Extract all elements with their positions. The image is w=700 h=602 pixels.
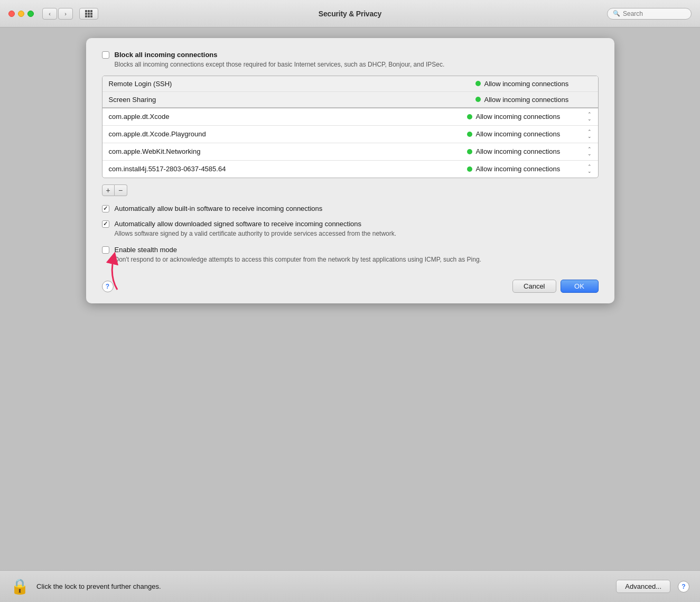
- status-dot: [467, 132, 472, 137]
- auto-signed-checkbox[interactable]: [102, 220, 109, 228]
- auto-signed-text: Automatically allow downloaded signed so…: [115, 220, 599, 238]
- status-stepper[interactable]: ⌃⌄: [587, 164, 592, 174]
- search-box[interactable]: 🔍: [607, 8, 692, 20]
- service-name: com.install4j.5517-2803-0637-4585.64: [109, 165, 467, 173]
- service-status: Allow incoming connections: [467, 130, 583, 138]
- service-name: Screen Sharing: [109, 96, 475, 104]
- table-row: Remote Login (SSH) Allow incoming connec…: [102, 76, 598, 92]
- lock-icon[interactable]: 🔒: [11, 579, 29, 594]
- grid-icon: [85, 10, 92, 17]
- main-content: Block all incoming connections Blocks al…: [0, 27, 700, 570]
- ok-button[interactable]: OK: [561, 280, 599, 293]
- stealth-mode-label: Enable stealth mode: [115, 246, 599, 254]
- status-text: Allow incoming connections: [476, 130, 561, 138]
- firewall-panel: Block all incoming connections Blocks al…: [86, 38, 614, 303]
- stealth-mode-description: Don't respond to or acknowledge attempts…: [115, 255, 599, 264]
- status-dot: [475, 81, 481, 86]
- service-status: Allow incoming connections: [467, 147, 583, 155]
- status-dot: [467, 114, 472, 119]
- block-all-checkbox[interactable]: [102, 51, 109, 59]
- forward-button[interactable]: ›: [58, 8, 73, 20]
- auto-signed-label: Automatically allow downloaded signed so…: [115, 220, 599, 228]
- status-text: Allow incoming connections: [476, 165, 561, 173]
- back-button[interactable]: ‹: [42, 8, 57, 20]
- maximize-button[interactable]: [27, 11, 34, 17]
- window-title: Security & Privacy: [319, 10, 381, 18]
- auto-builtin-text: Automatically allow built-in software to…: [115, 205, 599, 212]
- add-app-button[interactable]: +: [102, 184, 115, 196]
- close-button[interactable]: [8, 11, 15, 17]
- service-status: Allow incoming connections: [475, 96, 592, 104]
- footer-bar: 🔒 Click the lock to prevent further chan…: [0, 570, 700, 602]
- service-name: Remote Login (SSH): [109, 80, 475, 88]
- table-row: com.apple.WebKit.Networking Allow incomi…: [102, 143, 598, 161]
- remove-app-button[interactable]: −: [115, 184, 127, 196]
- table-row: com.apple.dt.Xcode Allow incoming connec…: [102, 108, 598, 126]
- service-name: com.apple.dt.Xcode.Playground: [109, 130, 467, 138]
- status-text: Allow incoming connections: [476, 113, 561, 121]
- status-stepper[interactable]: ⌃⌄: [587, 112, 592, 122]
- footer-help-button[interactable]: ?: [678, 581, 689, 592]
- status-dot: [475, 97, 481, 102]
- stealth-desc-container: Don't respond to or acknowledge attempts…: [115, 255, 599, 264]
- status-stepper[interactable]: ⌃⌄: [587, 147, 592, 156]
- status-text: Allow incoming connections: [484, 96, 569, 104]
- title-bar: ‹ › Security & Privacy 🔍: [0, 0, 700, 27]
- status-dot: [467, 166, 472, 172]
- status-text: Allow incoming connections: [484, 80, 569, 88]
- cancel-button[interactable]: Cancel: [512, 280, 556, 293]
- auto-signed-row: Automatically allow downloaded signed so…: [102, 220, 599, 238]
- nav-buttons: ‹ ›: [42, 8, 73, 20]
- service-status: Allow incoming connections: [475, 80, 592, 88]
- stealth-mode-text: Enable stealth mode Don't respond to or …: [115, 246, 599, 264]
- auto-builtin-checkbox[interactable]: [102, 205, 109, 212]
- service-name: com.apple.WebKit.Networking: [109, 147, 467, 155]
- stealth-mode-row: Enable stealth mode Don't respond to or …: [102, 246, 599, 264]
- table-header-section: Remote Login (SSH) Allow incoming connec…: [102, 76, 598, 108]
- block-all-description: Blocks all incoming connections except t…: [115, 60, 599, 69]
- pink-arrow-annotation: [99, 250, 130, 292]
- auto-signed-description: Allows software signed by a valid certif…: [115, 229, 599, 238]
- table-row: Screen Sharing Allow incoming connection…: [102, 92, 598, 107]
- footer-text: Click the lock to prevent further change…: [36, 582, 609, 590]
- auto-builtin-label: Automatically allow built-in software to…: [115, 205, 599, 212]
- minimize-button[interactable]: [18, 11, 24, 17]
- search-input[interactable]: [623, 10, 686, 17]
- status-text: Allow incoming connections: [476, 147, 561, 155]
- add-remove-row: + −: [102, 184, 599, 196]
- block-all-text: Block all incoming connections Blocks al…: [115, 51, 599, 69]
- block-all-title: Block all incoming connections: [115, 51, 599, 59]
- table-row: com.install4j.5517-2803-0637-4585.64 All…: [102, 161, 598, 178]
- search-icon: 🔍: [613, 10, 620, 17]
- grid-view-button[interactable]: [79, 8, 98, 20]
- block-all-row: Block all incoming connections Blocks al…: [102, 51, 599, 69]
- title-bar-left: ‹ ›: [8, 8, 98, 20]
- advanced-button[interactable]: Advanced...: [616, 580, 670, 593]
- bottom-actions: ? Cancel OK: [102, 280, 599, 293]
- action-buttons: Cancel OK: [512, 280, 598, 293]
- status-stepper[interactable]: ⌃⌄: [587, 129, 592, 139]
- auto-builtin-row: Automatically allow built-in software to…: [102, 205, 599, 212]
- traffic-lights: [8, 11, 34, 17]
- service-name: com.apple.dt.Xcode: [109, 113, 467, 121]
- services-table: Remote Login (SSH) Allow incoming connec…: [102, 76, 599, 178]
- service-status: Allow incoming connections: [467, 113, 583, 121]
- status-dot: [467, 149, 472, 154]
- table-row: com.apple.dt.Xcode.Playground Allow inco…: [102, 126, 598, 143]
- service-status: Allow incoming connections: [467, 165, 583, 173]
